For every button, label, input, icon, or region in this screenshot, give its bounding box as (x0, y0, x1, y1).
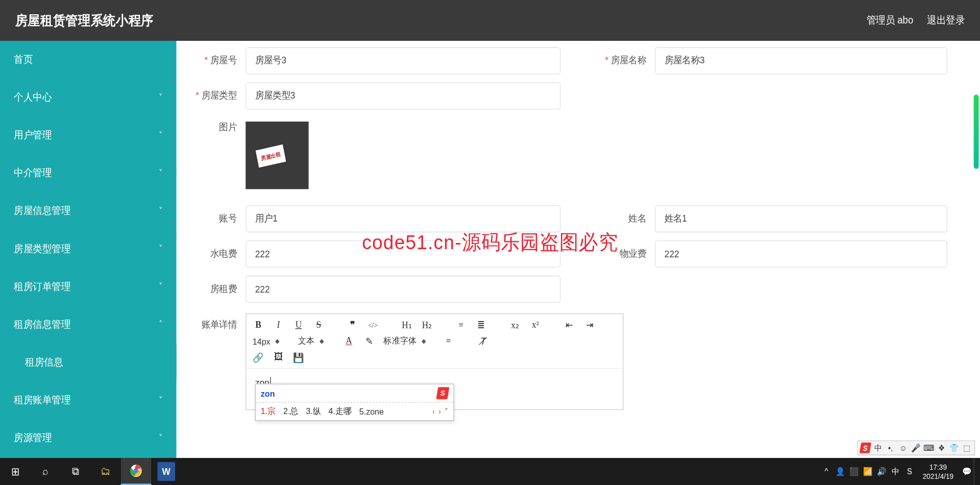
link-icon[interactable]: 🔗 (253, 351, 264, 363)
ime-bar-item-1[interactable]: 中 (873, 443, 883, 453)
tray-icon-1[interactable]: 👤 (834, 458, 847, 485)
quote-icon[interactable]: ❞ (347, 319, 358, 331)
ime-bar-item-4[interactable]: 🎤 (911, 443, 921, 453)
tray-icon-3[interactable]: 📶 (861, 458, 875, 485)
ime-candidate-4[interactable]: 4.走哪 (329, 405, 352, 418)
show-desktop-button[interactable] (974, 458, 980, 485)
tray-icon-5[interactable]: 中 (889, 458, 902, 485)
tray-icon-0[interactable]: ^ (819, 458, 833, 485)
utilities-input[interactable] (246, 240, 560, 268)
tray-icon-2[interactable]: ⬛ (847, 458, 861, 485)
align-icon[interactable]: ≡ (443, 335, 454, 347)
property-input[interactable] (655, 240, 947, 268)
sidebar-item-5[interactable]: 房屋类型管理˅ (0, 230, 177, 268)
sidebar-item-1[interactable]: 个人中心˅ (0, 78, 177, 116)
ime-bar-item-8[interactable]: ⬚ (962, 443, 972, 453)
sidebar-item-label: 租房信息 (25, 356, 63, 369)
sidebar-item-label: 首页 (14, 53, 33, 66)
ime-bar-item-6[interactable]: ❖ (937, 443, 947, 453)
underline-icon[interactable]: U (293, 319, 304, 331)
tray-icon-4[interactable]: 🔊 (875, 458, 889, 485)
house-type-label: 房屋类型 (177, 90, 246, 102)
sidebar-item-2[interactable]: 用户管理˅ (0, 116, 177, 154)
taskbar: ⊞ ⌕ ⧉ 🗂 W ^👤⬛📶🔊中S17:392021/4/19💬 (0, 458, 980, 485)
taskbar-clock[interactable]: 17:392021/4/19 (916, 462, 960, 481)
ime-candidate-1[interactable]: 1.宗 (261, 405, 276, 418)
ime-bar-item-0[interactable]: S (860, 443, 871, 453)
ime-bar-item-3[interactable]: ☺ (898, 443, 909, 453)
house-no-label: 房屋号 (177, 55, 246, 67)
italic-icon[interactable]: I (273, 319, 284, 331)
sidebar-item-8[interactable]: 租房信息 (0, 343, 177, 381)
superscript-icon[interactable]: x² (530, 319, 541, 331)
sidebar-item-7[interactable]: 租房信息管理˄ (0, 305, 177, 343)
bg-color-icon[interactable]: ✎ (363, 335, 375, 347)
sidebar-item-4[interactable]: 房屋信息管理˅ (0, 192, 177, 230)
font-size-select[interactable]: 14px◆ (253, 336, 289, 346)
search-icon[interactable]: ⌕ (30, 458, 60, 485)
indent-icon[interactable]: ⇥ (584, 319, 595, 331)
rent-input[interactable] (246, 276, 560, 303)
ime-more-icon[interactable]: ˅ (445, 407, 448, 416)
ordered-list-icon[interactable]: ≡ (455, 319, 467, 331)
logout-button[interactable]: 退出登录 (927, 14, 965, 27)
ime-next-icon[interactable]: › (438, 407, 441, 416)
sidebar-item-10[interactable]: 房源管理˅ (0, 419, 177, 456)
main-form: 房屋号 房屋名称 房屋类型 图片 房屋出租 账号 (177, 40, 973, 485)
chevron-down-icon: ˅ (159, 168, 162, 178)
task-view-icon[interactable]: ⧉ (60, 458, 90, 485)
editor-body[interactable]: zon zon S 1.宗2.总3.纵4.走哪5.zone‹›˅ (246, 369, 623, 409)
sidebar-item-3[interactable]: 中介管理˅ (0, 154, 177, 192)
font-family-select[interactable]: 标准字体◆ (383, 335, 434, 347)
sidebar-item-6[interactable]: 租房订单管理˅ (0, 268, 177, 305)
ime-candidate-5[interactable]: 5.zone (359, 406, 384, 417)
subscript-icon[interactable]: x₂ (509, 319, 521, 331)
sidebar-item-label: 个人中心 (14, 91, 52, 104)
outdent-icon[interactable]: ⇤ (564, 319, 575, 331)
rich-text-editor: B I U S ❞ </> H₁ H₂ ≡ ≣ x₂ (246, 313, 623, 410)
word-icon[interactable]: W (157, 462, 175, 481)
sogou-logo-icon: S (436, 387, 449, 399)
code-icon[interactable]: </> (367, 319, 378, 331)
name-label: 姓名 (586, 213, 655, 225)
ime-bar-item-5[interactable]: ⌨ (923, 443, 934, 453)
sidebar-item-label: 租房订单管理 (14, 280, 70, 293)
chevron-down-icon: ˅ (159, 244, 162, 254)
h1-icon[interactable]: H₁ (401, 319, 412, 331)
windows-start-icon[interactable]: ⊞ (0, 458, 30, 485)
style-select[interactable]: 文本◆ (298, 335, 335, 347)
chevron-down-icon: ˅ (159, 282, 162, 292)
house-type-input[interactable] (246, 82, 560, 109)
unordered-list-icon[interactable]: ≣ (476, 319, 487, 331)
ime-candidate-3[interactable]: 3.纵 (306, 405, 321, 418)
ime-candidate-2[interactable]: 2.总 (283, 405, 298, 418)
image-preview[interactable]: 房屋出租 (246, 122, 308, 189)
tray-icon-6[interactable]: S (902, 458, 916, 485)
strike-icon[interactable]: S (313, 319, 324, 331)
chrome-icon[interactable] (121, 458, 151, 485)
h2-icon[interactable]: H₂ (422, 319, 433, 331)
file-explorer-icon[interactable]: 🗂 (91, 458, 121, 485)
clear-format-icon[interactable]: T̸ (477, 335, 488, 347)
sidebar-item-0[interactable]: 首页 (0, 40, 177, 78)
chevron-down-icon: ˅ (159, 395, 162, 405)
name-input[interactable] (655, 205, 947, 232)
image-icon[interactable]: 🖼 (273, 351, 284, 363)
sidebar-item-9[interactable]: 租房账单管理˅ (0, 381, 177, 419)
text-color-icon[interactable]: A (343, 335, 354, 347)
ime-prev-icon[interactable]: ‹ (432, 407, 435, 416)
header-user[interactable]: 管理员 abo (867, 14, 914, 27)
ime-bar-item-7[interactable]: 👕 (949, 443, 960, 453)
house-name-label: 房屋名称 (586, 55, 655, 67)
house-no-input[interactable] (246, 47, 560, 75)
sidebar: 首页个人中心˅用户管理˅中介管理˅房屋信息管理˅房屋类型管理˅租房订单管理˅租房… (0, 40, 177, 485)
bold-icon[interactable]: B (253, 319, 264, 331)
save-icon[interactable]: 💾 (293, 351, 304, 363)
ime-status-bar[interactable]: S中•,☺🎤⌨❖👕⬚ (857, 441, 975, 455)
notification-icon[interactable]: 💬 (960, 458, 974, 485)
ime-bar-item-2[interactable]: •, (886, 443, 896, 453)
scrollbar-thumb[interactable] (974, 94, 979, 169)
house-name-input[interactable] (655, 47, 947, 75)
ime-candidate-box[interactable]: zon S 1.宗2.总3.纵4.走哪5.zone‹›˅ (255, 384, 454, 421)
account-input[interactable] (246, 205, 560, 232)
